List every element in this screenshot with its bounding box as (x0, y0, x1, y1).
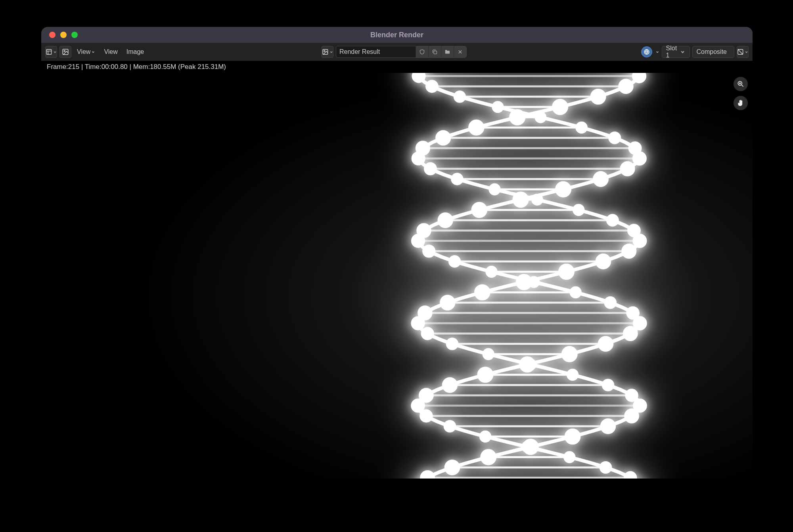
display-channels-dropdown[interactable] (737, 46, 749, 58)
view-menu-2[interactable]: View (101, 47, 121, 57)
svg-point-129 (420, 389, 433, 402)
svg-point-113 (447, 339, 458, 349)
status-bar: Frame:215 | Time:00:00.80 | Mem:180.55M … (41, 61, 753, 73)
unlink-image-button[interactable] (454, 46, 466, 57)
svg-point-102 (605, 297, 615, 308)
svg-point-120 (520, 357, 534, 371)
editor-type-icon (46, 48, 52, 55)
chevron-down-icon (329, 50, 333, 54)
svg-point-125 (603, 380, 613, 390)
svg-point-39 (427, 81, 437, 92)
svg-point-135 (421, 410, 431, 421)
render-slot-dropdown[interactable]: Slot 1 (662, 46, 690, 58)
svg-point-111 (624, 327, 637, 340)
svg-point-134 (625, 410, 638, 422)
svg-point-38 (619, 80, 632, 93)
svg-point-147 (565, 452, 574, 462)
svg-point-141 (481, 432, 490, 441)
chevron-down-icon (53, 50, 57, 54)
browse-image-dropdown[interactable] (322, 46, 333, 58)
svg-point-138 (445, 421, 455, 431)
svg-point-63 (621, 162, 634, 175)
pan-tool-button[interactable] (734, 96, 748, 110)
svg-point-93 (487, 267, 496, 276)
svg-point-74 (574, 205, 584, 215)
svg-point-90 (450, 256, 460, 266)
svg-point-72 (513, 193, 527, 206)
svg-point-83 (634, 235, 646, 247)
svg-point-153 (625, 472, 636, 479)
svg-point-77 (607, 215, 618, 225)
hand-icon (737, 99, 745, 107)
close-window-button[interactable] (49, 32, 56, 38)
svg-rect-0 (46, 49, 52, 54)
svg-point-99 (571, 288, 580, 297)
svg-point-78 (439, 214, 452, 227)
svg-point-62 (425, 163, 436, 174)
svg-rect-5 (434, 51, 437, 54)
svg-point-36 (413, 73, 425, 82)
svg-point-149 (446, 461, 459, 474)
toolbar: View View Image Render Result Slot 1 (41, 43, 753, 61)
svg-point-114 (599, 337, 613, 351)
image-datablock: Render Result (336, 46, 467, 58)
svg-point-48 (536, 113, 545, 122)
render-window: Blender Render View View Image Render Re… (41, 27, 753, 479)
svg-point-4 (324, 50, 325, 51)
svg-point-98 (475, 286, 489, 299)
image-mode-dropdown[interactable] (59, 46, 71, 58)
svg-point-105 (627, 307, 638, 318)
render-viewport[interactable]: › ‹ (41, 73, 753, 479)
fake-user-toggle[interactable] (416, 46, 428, 57)
svg-point-41 (592, 90, 605, 103)
new-image-button[interactable] (428, 46, 441, 57)
image-browse-icon (322, 48, 329, 55)
view-menu[interactable]: View (74, 47, 98, 57)
svg-point-69 (556, 183, 570, 196)
shield-icon (419, 49, 425, 55)
chevron-down-icon (655, 50, 659, 54)
status-text: Frame:215 | Time:00:00.80 | Mem:180.55M … (47, 63, 226, 71)
svg-point-117 (563, 347, 577, 361)
rendered-image (41, 73, 753, 479)
svg-point-96 (529, 277, 539, 287)
render-pass-dropdown[interactable]: Composite (692, 46, 734, 58)
svg-point-68 (490, 185, 499, 194)
scene-icon-wrap (641, 46, 652, 57)
svg-point-84 (412, 235, 424, 246)
svg-point-132 (412, 400, 424, 412)
minimize-window-button[interactable] (60, 32, 67, 38)
svg-point-75 (472, 203, 486, 217)
editor-type-dropdown[interactable] (45, 46, 57, 58)
svg-point-45 (493, 102, 502, 112)
close-icon (457, 49, 463, 55)
image-menu[interactable]: Image (123, 47, 147, 57)
svg-point-140 (566, 430, 580, 444)
open-image-button[interactable] (441, 46, 454, 57)
zoom-tool-button[interactable] (734, 77, 748, 91)
svg-point-152 (421, 471, 434, 479)
svg-point-54 (609, 133, 620, 143)
svg-point-87 (423, 246, 434, 256)
svg-point-110 (422, 328, 433, 339)
svg-point-128 (626, 390, 637, 400)
svg-point-51 (577, 123, 586, 133)
svg-point-44 (553, 100, 567, 114)
chevron-down-icon (745, 50, 748, 54)
svg-point-131 (634, 400, 646, 412)
svg-point-71 (532, 195, 542, 204)
svg-point-42 (455, 92, 465, 101)
svg-point-65 (452, 174, 462, 184)
svg-point-116 (484, 349, 493, 359)
svg-point-137 (601, 419, 615, 433)
svg-point-123 (479, 368, 492, 382)
zoom-window-button[interactable] (71, 32, 78, 38)
scene-dropdown[interactable] (641, 46, 659, 57)
chevron-down-icon (680, 49, 685, 54)
folder-icon (444, 49, 450, 55)
svg-rect-9 (41, 73, 753, 479)
svg-point-126 (443, 378, 457, 392)
svg-point-47 (510, 110, 524, 124)
svg-point-2 (64, 50, 65, 51)
image-name-field[interactable]: Render Result (336, 46, 416, 57)
